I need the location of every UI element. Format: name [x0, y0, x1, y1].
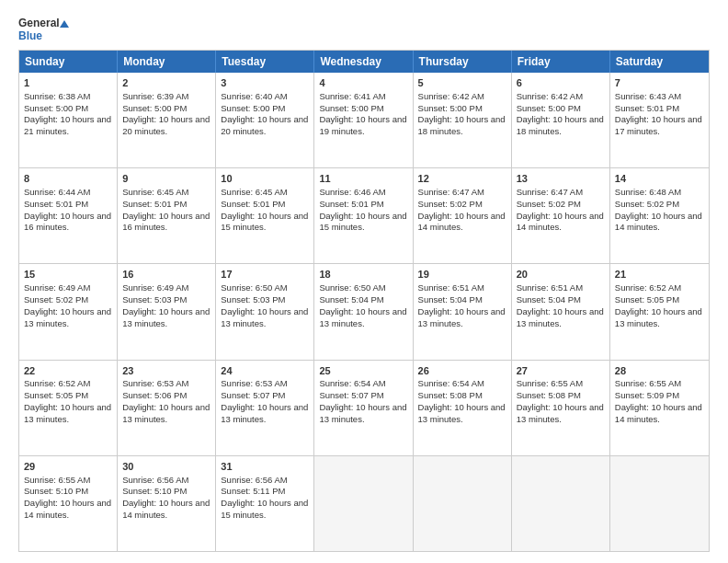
- sunset-text: Sunset: 5:01 PM: [24, 199, 88, 209]
- sunset-text: Sunset: 5:03 PM: [221, 294, 285, 304]
- sunrise-text: Sunrise: 6:49 AM: [24, 282, 90, 293]
- day-number: 18: [319, 268, 407, 282]
- cal-cell: [414, 456, 512, 551]
- daylight-text: Daylight: 10 hours and 14 minutes.: [122, 498, 210, 520]
- daylight-text: Daylight: 10 hours and 13 minutes.: [615, 306, 702, 328]
- daylight-text: Daylight: 10 hours and 15 minutes.: [221, 211, 308, 233]
- daylight-text: Daylight: 10 hours and 18 minutes.: [418, 114, 506, 136]
- sunrise-text: Sunrise: 6:48 AM: [615, 187, 681, 197]
- sunset-text: Sunset: 5:04 PM: [418, 294, 483, 304]
- day-number: 31: [221, 460, 309, 474]
- day-number: 2: [122, 76, 210, 90]
- sunrise-text: Sunrise: 6:45 AM: [122, 187, 188, 197]
- day-number: 7: [615, 76, 704, 90]
- sunset-text: Sunset: 5:02 PM: [24, 294, 88, 304]
- sunrise-text: Sunrise: 6:55 AM: [517, 378, 583, 388]
- logo: General Blue: [18, 15, 69, 44]
- sunrise-text: Sunrise: 6:47 AM: [418, 187, 484, 197]
- sunset-text: Sunset: 5:06 PM: [122, 390, 187, 400]
- sunrise-text: Sunrise: 6:38 AM: [24, 91, 90, 101]
- day-number: 9: [122, 172, 210, 186]
- sunrise-text: Sunrise: 6:47 AM: [517, 187, 583, 197]
- sunrise-text: Sunrise: 6:55 AM: [24, 475, 90, 485]
- cal-cell: 27Sunrise: 6:55 AMSunset: 5:08 PMDayligh…: [512, 361, 610, 455]
- daylight-text: Daylight: 10 hours and 14 minutes.: [24, 498, 111, 520]
- sunset-text: Sunset: 5:00 PM: [319, 103, 383, 113]
- sunset-text: Sunset: 5:09 PM: [615, 390, 679, 400]
- daylight-text: Daylight: 10 hours and 13 minutes.: [122, 402, 210, 424]
- cal-row-3: 22Sunrise: 6:52 AMSunset: 5:05 PMDayligh…: [19, 360, 709, 455]
- cal-cell: 29Sunrise: 6:55 AMSunset: 5:10 PMDayligh…: [19, 456, 118, 551]
- sunset-text: Sunset: 5:02 PM: [517, 199, 581, 209]
- daylight-text: Daylight: 10 hours and 14 minutes.: [615, 402, 702, 424]
- daylight-text: Daylight: 10 hours and 19 minutes.: [319, 114, 406, 136]
- cal-cell: 13Sunrise: 6:47 AMSunset: 5:02 PMDayligh…: [512, 168, 610, 263]
- cal-cell: 10Sunrise: 6:45 AMSunset: 5:01 PMDayligh…: [216, 168, 314, 263]
- day-number: 15: [24, 268, 112, 282]
- day-number: 12: [418, 172, 506, 186]
- cal-cell: [314, 456, 413, 551]
- sunset-text: Sunset: 5:07 PM: [319, 390, 383, 400]
- daylight-text: Daylight: 10 hours and 13 minutes.: [517, 402, 604, 424]
- cal-cell: 20Sunrise: 6:51 AMSunset: 5:04 PMDayligh…: [512, 264, 610, 359]
- calendar-header: SundayMondayTuesdayWednesdayThursdayFrid…: [19, 51, 709, 73]
- cal-cell: 7Sunrise: 6:43 AMSunset: 5:01 PMDaylight…: [610, 73, 709, 167]
- daylight-text: Daylight: 10 hours and 15 minutes.: [319, 211, 406, 233]
- daylight-text: Daylight: 10 hours and 13 minutes.: [517, 306, 604, 328]
- svg-marker-2: [60, 20, 69, 28]
- day-number: 10: [221, 172, 309, 186]
- cal-cell: 14Sunrise: 6:48 AMSunset: 5:02 PMDayligh…: [610, 168, 709, 263]
- sunrise-text: Sunrise: 6:41 AM: [319, 91, 385, 101]
- cal-row-2: 15Sunrise: 6:49 AMSunset: 5:02 PMDayligh…: [19, 263, 709, 359]
- cal-cell: 21Sunrise: 6:52 AMSunset: 5:05 PMDayligh…: [610, 264, 709, 359]
- cal-cell: 1Sunrise: 6:38 AMSunset: 5:00 PMDaylight…: [19, 73, 118, 167]
- header-cell-sunday: Sunday: [19, 51, 118, 73]
- sunset-text: Sunset: 5:02 PM: [615, 199, 679, 209]
- calendar-body: 1Sunrise: 6:38 AMSunset: 5:00 PMDaylight…: [19, 73, 709, 551]
- daylight-text: Daylight: 10 hours and 13 minutes.: [24, 402, 111, 424]
- header-cell-tuesday: Tuesday: [216, 51, 314, 73]
- day-number: 28: [615, 364, 704, 378]
- sunset-text: Sunset: 5:00 PM: [418, 103, 483, 113]
- sunrise-text: Sunrise: 6:54 AM: [319, 378, 385, 388]
- cal-cell: [512, 456, 610, 551]
- day-number: 3: [221, 76, 309, 90]
- daylight-text: Daylight: 10 hours and 13 minutes.: [24, 306, 111, 328]
- sunset-text: Sunset: 5:07 PM: [221, 390, 285, 400]
- daylight-text: Daylight: 10 hours and 14 minutes.: [418, 211, 506, 233]
- sunset-text: Sunset: 5:10 PM: [122, 486, 187, 496]
- cal-cell: 8Sunrise: 6:44 AMSunset: 5:01 PMDaylight…: [19, 168, 118, 263]
- sunrise-text: Sunrise: 6:50 AM: [221, 282, 287, 293]
- day-number: 6: [517, 76, 605, 90]
- daylight-text: Daylight: 10 hours and 13 minutes.: [319, 306, 406, 328]
- cal-cell: 30Sunrise: 6:56 AMSunset: 5:10 PMDayligh…: [118, 456, 216, 551]
- sunrise-text: Sunrise: 6:44 AM: [24, 187, 90, 197]
- day-number: 14: [615, 172, 704, 186]
- cal-cell: 9Sunrise: 6:45 AMSunset: 5:01 PMDaylight…: [118, 168, 216, 263]
- cal-cell: 16Sunrise: 6:49 AMSunset: 5:03 PMDayligh…: [118, 264, 216, 359]
- sunset-text: Sunset: 5:00 PM: [122, 103, 187, 113]
- cal-cell: 12Sunrise: 6:47 AMSunset: 5:02 PMDayligh…: [414, 168, 512, 263]
- page-header: General Blue: [18, 15, 710, 44]
- daylight-text: Daylight: 10 hours and 13 minutes.: [418, 306, 506, 328]
- cal-cell: [610, 456, 709, 551]
- svg-text:General: General: [18, 17, 60, 29]
- sunrise-text: Sunrise: 6:53 AM: [221, 378, 287, 388]
- sunrise-text: Sunrise: 6:52 AM: [24, 378, 90, 388]
- sunset-text: Sunset: 5:04 PM: [517, 294, 581, 304]
- cal-cell: 23Sunrise: 6:53 AMSunset: 5:06 PMDayligh…: [118, 361, 216, 455]
- sunrise-text: Sunrise: 6:53 AM: [122, 378, 188, 388]
- sunset-text: Sunset: 5:01 PM: [221, 199, 285, 209]
- sunset-text: Sunset: 5:08 PM: [418, 390, 483, 400]
- sunrise-text: Sunrise: 6:43 AM: [615, 91, 681, 101]
- day-number: 8: [24, 172, 112, 186]
- daylight-text: Daylight: 10 hours and 13 minutes.: [319, 402, 406, 424]
- cal-row-1: 8Sunrise: 6:44 AMSunset: 5:01 PMDaylight…: [19, 167, 709, 263]
- header-cell-monday: Monday: [118, 51, 216, 73]
- daylight-text: Daylight: 10 hours and 17 minutes.: [615, 114, 702, 136]
- cal-cell: 24Sunrise: 6:53 AMSunset: 5:07 PMDayligh…: [216, 361, 314, 455]
- cal-cell: 5Sunrise: 6:42 AMSunset: 5:00 PMDaylight…: [414, 73, 512, 167]
- day-number: 22: [24, 364, 112, 378]
- sunset-text: Sunset: 5:03 PM: [122, 294, 187, 304]
- sunrise-text: Sunrise: 6:46 AM: [319, 187, 385, 197]
